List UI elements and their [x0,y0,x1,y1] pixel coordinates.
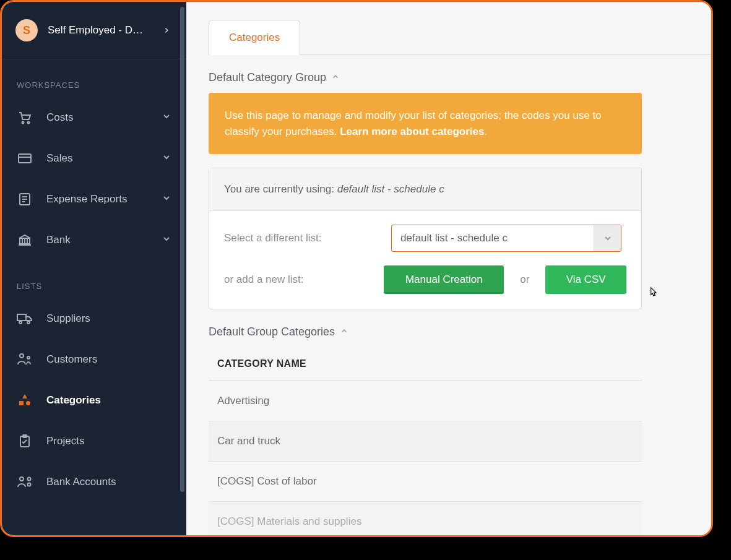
category-row[interactable]: [COGS] Materials and supplies [209,502,642,535]
sidebar-item-bank[interactable]: Bank [2,220,186,261]
add-list-label: or add a new list: [224,274,378,286]
chevron-up-icon [331,71,340,84]
tab-categories[interactable]: Categories [209,20,300,55]
categories-icon [17,392,33,408]
sidebar-scrollbar[interactable] [180,7,184,492]
sidebar-item-customers[interactable]: Customers [2,339,186,380]
category-row[interactable]: Advertising [209,381,642,421]
category-row[interactable]: Car and truck [209,421,642,462]
svg-point-14 [19,321,22,324]
tabs: Categories [209,19,711,55]
table-header-category-name: CATEGORY NAME [209,347,642,381]
section-default-group-categories[interactable]: Default Group Categories [209,325,711,338]
manual-creation-button[interactable]: Manual Creation [384,265,504,294]
svg-point-20 [26,401,30,405]
workspace-title: Self Employed - D… [48,24,150,37]
cart-icon [17,110,33,126]
chevron-up-icon [340,325,348,338]
sidebar-item-suppliers[interactable]: Suppliers [2,298,186,339]
sidebar-item-costs[interactable]: Costs [2,97,186,138]
report-icon [17,191,33,207]
current-list-row: You are currently using: default list - … [209,168,641,211]
card-icon [17,150,33,166]
accounts-icon [17,474,33,490]
section-title: Default Category Group [209,71,326,84]
nav-label: Projects [46,435,84,447]
or-text: or [510,274,539,286]
sidebar-item-bank-accounts[interactable]: Bank Accounts [2,462,186,502]
nav-label: Suppliers [46,312,90,325]
customers-icon [17,351,33,368]
list-select[interactable]: default list - schedule c [391,225,621,252]
svg-rect-13 [17,314,26,321]
svg-point-1 [28,122,30,124]
using-value: default list - schedule c [337,183,444,195]
nav-label: Bank Accounts [46,476,116,488]
sidebar: S Self Employed - D… WORKSPACES Costs [2,2,186,535]
nav-label: Customers [46,353,97,366]
sidebar-item-sales[interactable]: Sales [2,138,186,179]
nav-label: Costs [46,111,73,124]
nav-label: Sales [46,152,73,165]
list-panel: You are currently using: default list - … [209,168,642,309]
nav-label: Categories [46,394,101,407]
svg-rect-19 [19,401,24,405]
chevron-down-icon [162,152,171,165]
using-prefix: You are currently using: [224,183,337,195]
svg-point-17 [27,356,30,359]
select-list-label: Select a different list: [224,232,385,244]
cursor-icon [647,286,659,299]
svg-point-0 [22,122,24,124]
svg-point-16 [20,354,24,358]
svg-marker-18 [22,394,27,398]
via-csv-button[interactable]: Via CSV [545,265,626,294]
avatar: S [15,19,38,41]
section-default-category-group[interactable]: Default Category Group [209,71,711,84]
bank-icon [17,232,33,248]
sidebar-item-projects[interactable]: Projects [2,421,186,462]
truck-icon [17,311,33,327]
chevron-down-icon [162,111,171,124]
sidebar-item-expense-reports[interactable]: Expense Reports [2,179,186,220]
chevron-down-icon [162,193,171,206]
workspace-switcher[interactable]: S Self Employed - D… [2,2,186,59]
main-content: Categories Default Category Group Use th… [186,2,711,535]
select-value: default list - schedule c [392,232,594,244]
section-title: Default Group Categories [209,325,335,338]
chevron-down-icon [162,234,171,247]
sidebar-item-categories[interactable]: Categories [2,380,186,421]
section-label-lists: LISTS [2,261,186,298]
chevron-down-icon[interactable] [594,225,621,251]
svg-point-25 [28,483,31,486]
chevron-right-icon [160,24,173,37]
clipboard-icon [17,433,33,449]
category-row[interactable]: [COGS] Cost of labor [209,462,642,502]
svg-point-24 [28,478,31,481]
section-label-workspaces: WORKSPACES [2,59,186,97]
nav-label: Expense Reports [46,193,127,205]
banner-dot: . [484,126,487,137]
svg-point-23 [20,477,24,481]
svg-rect-2 [19,154,31,163]
nav-label: Bank [46,234,71,246]
svg-point-15 [27,321,30,324]
learn-more-link[interactable]: Learn more about categories [340,126,484,137]
info-banner: Use this page to manage and modify your … [209,93,642,154]
